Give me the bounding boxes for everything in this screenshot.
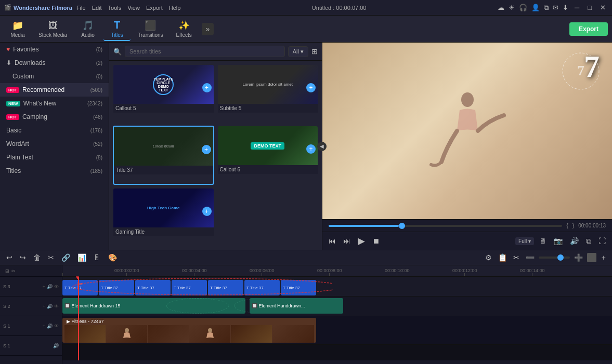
media-button[interactable]: 📁 Media — [4, 18, 31, 40]
screenshot-icon[interactable]: 📷 — [552, 236, 565, 246]
speed-button[interactable]: 🎚 — [92, 252, 103, 263]
stop-button[interactable]: ⏹ — [370, 236, 382, 246]
stock-media-button[interactable]: 🖼 Stock Media — [33, 18, 72, 40]
playhead[interactable] — [78, 277, 79, 360]
title-card-gaming[interactable]: High Tech Game + Gaming Title — [113, 188, 214, 246]
timeline-view-button[interactable] — [587, 253, 596, 262]
track-3-speaker-icon[interactable]: 🔊 — [47, 284, 53, 289]
ruler-mark-4: 00:00:08:00 — [317, 268, 342, 276]
collapse-panel-button[interactable]: ◀ — [317, 142, 327, 151]
sidebar-item-basic[interactable]: Basic (176) — [0, 124, 109, 137]
sidebar-item-camping[interactable]: HOT Camping (46) — [0, 110, 109, 124]
zoom-in-button[interactable]: ➕ — [572, 252, 585, 263]
title-card-title37[interactable]: Lorem ipsum + Title 37 — [113, 126, 214, 185]
title-clip-6[interactable]: T Title 37 — [244, 280, 280, 295]
track-1-add-icon[interactable]: + — [43, 323, 45, 329]
track-3-eye-icon[interactable]: 👁 — [54, 284, 59, 289]
search-input[interactable] — [125, 46, 285, 57]
sidebar-item-downloads[interactable]: ⬇ Downloads (2) — [0, 56, 109, 70]
audio-button[interactable]: 🎵 Audio — [74, 18, 101, 40]
effects-button[interactable]: ✨ Effects — [171, 18, 198, 40]
zoom-thumb[interactable] — [557, 254, 564, 261]
sidebar-item-wordart[interactable]: WordArt (52) — [0, 137, 109, 151]
pip-icon[interactable]: ⧉ — [584, 236, 593, 247]
delete-button[interactable]: 🗑 — [31, 252, 43, 263]
track-1-speaker-icon[interactable]: 🔊 — [47, 323, 53, 329]
sidebar-item-custom[interactable]: Custom (0) — [0, 70, 109, 83]
step-back-button[interactable]: ⏭ — [341, 236, 353, 246]
skip-back-button[interactable]: ⏮ — [327, 236, 338, 246]
cloud-icon[interactable]: ☁ — [498, 4, 504, 11]
title-card-subtitle5[interactable]: Lorem ipsum dolor sit amet + Subtitle 5 — [217, 64, 319, 123]
sidebar-item-plain-text[interactable]: Plain Text (8) — [0, 151, 109, 164]
title-clip-2[interactable]: T Title 37 — [99, 280, 134, 295]
menu-bar[interactable]: File Edit Tools View Export Help — [76, 5, 180, 11]
redo-button[interactable]: ↪ — [18, 252, 28, 263]
add-track-icon[interactable]: ⊞ — [5, 268, 9, 274]
menu-file[interactable]: File — [76, 5, 86, 11]
headphone-icon[interactable]: 🎧 — [519, 4, 527, 11]
user-icon[interactable]: 👤 — [531, 4, 540, 11]
minimize-button[interactable]: ─ — [572, 4, 581, 11]
zoom-slider[interactable] — [539, 257, 570, 259]
track-2-speaker-icon[interactable]: 🔊 — [47, 304, 53, 309]
subtitle5-add-button[interactable]: + — [306, 83, 316, 92]
undo-button[interactable]: ↩ — [4, 252, 15, 263]
fullscreen-icon[interactable]: ⛶ — [596, 236, 608, 246]
mail-icon[interactable]: ✉ — [553, 4, 558, 11]
menu-help[interactable]: Help — [169, 5, 181, 11]
zoom-out-button[interactable]: ➖ — [524, 252, 537, 263]
title-clip-5[interactable]: T Title 37 — [208, 280, 243, 295]
cut-button[interactable]: ✂ — [46, 252, 56, 263]
color-button[interactable]: 🎨 — [106, 252, 119, 263]
sun-icon[interactable]: ☀ — [509, 4, 515, 11]
title-card-callout6[interactable]: DEMO TEXT + Callout 6 — [217, 126, 319, 185]
titles-button[interactable]: T Titles — [103, 17, 131, 41]
sidebar-item-recommended[interactable]: HOT Recommended (500) — [0, 83, 109, 97]
gaming-add-button[interactable]: + — [202, 207, 212, 216]
add-track-button[interactable]: + — [600, 252, 608, 263]
sidebar-item-whats-new[interactable]: NEW What's New (2342) — [0, 97, 109, 110]
menu-tools[interactable]: Tools — [108, 5, 122, 11]
grid-view-button[interactable]: ⊞ — [311, 47, 318, 56]
element-clip-2[interactable]: 🔲 Element Handdrawn... — [250, 298, 343, 314]
quality-button[interactable]: Full ▾ — [515, 237, 534, 245]
track-3-add-icon[interactable]: + — [43, 284, 45, 289]
seek-thumb[interactable] — [399, 223, 405, 229]
menu-export[interactable]: Export — [146, 5, 163, 11]
audio-levels-button[interactable]: 📊 — [75, 252, 88, 263]
sidebar-item-titles[interactable]: Titles (185) — [0, 164, 109, 178]
more-tools-button[interactable]: » — [202, 23, 214, 35]
volume-icon[interactable]: 🔊 — [568, 236, 581, 246]
callout5-add-button[interactable]: + — [202, 83, 212, 92]
scissors-icon[interactable]: ✂ — [11, 268, 16, 274]
link-button[interactable]: 🔗 — [59, 252, 72, 263]
menu-view[interactable]: View — [127, 5, 140, 11]
close-button[interactable]: ✕ — [598, 4, 608, 11]
crop-icon[interactable]: ✂ — [511, 252, 522, 263]
title-clip-3[interactable]: T Title 37 — [135, 280, 171, 295]
menu-edit[interactable]: Edit — [92, 5, 102, 11]
export-button[interactable]: Export — [569, 22, 608, 36]
seek-bar[interactable] — [329, 225, 562, 227]
track-1-eye-icon[interactable]: 👁 — [54, 323, 59, 329]
title-card-callout5[interactable]: TEMPLATE CIRCLE DEMO TEXT + Callout 5 — [113, 64, 214, 123]
play-button[interactable]: ▶ — [356, 234, 367, 248]
fitness-clip[interactable]: ▶ Fitness - 72467 — [62, 318, 316, 343]
track-0-speaker-icon[interactable]: 🔊 — [53, 343, 59, 348]
clip-icon[interactable]: 📋 — [496, 252, 509, 263]
screen-icon[interactable]: 🖥 — [537, 236, 549, 246]
window-icon[interactable]: ⧉ — [544, 4, 549, 12]
track-2-add-icon[interactable]: + — [43, 304, 45, 309]
settings-icon[interactable]: ⚙ — [483, 252, 494, 263]
track-2-eye-icon[interactable]: 👁 — [54, 304, 59, 309]
transitions-button[interactable]: ⬛ Transitions — [133, 18, 168, 40]
callout6-add-button[interactable]: + — [306, 144, 316, 154]
title37-add-button[interactable]: + — [202, 145, 211, 154]
maximize-button[interactable]: □ — [585, 4, 594, 11]
title-clip-7[interactable]: T Title 37 — [281, 280, 316, 295]
sidebar-item-favorites[interactable]: ♥ Favorites (0) — [0, 43, 109, 56]
title-clip-4[interactable]: T Title 37 — [172, 280, 207, 295]
download-icon[interactable]: ⬇ — [563, 4, 568, 11]
filter-button[interactable]: All ▾ — [288, 46, 308, 57]
